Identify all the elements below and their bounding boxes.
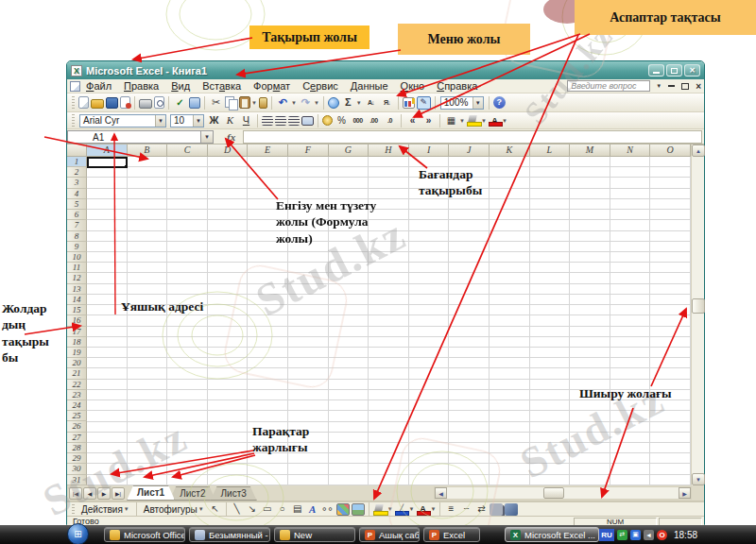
column-header-M[interactable]: M <box>570 144 610 157</box>
line-style-button[interactable]: ≡ <box>444 503 457 516</box>
taskbar-task[interactable]: New <box>274 527 355 542</box>
increase-indent-button[interactable]: » <box>421 114 436 128</box>
percent-button[interactable]: % <box>335 114 349 128</box>
row-header-21[interactable]: 21 <box>67 368 87 379</box>
workbook-close-icon[interactable]: × <box>696 81 701 92</box>
column-header-N[interactable]: N <box>610 144 651 157</box>
text-box-button[interactable]: ▤ <box>291 503 304 516</box>
save-button[interactable] <box>106 97 118 109</box>
sheet-tab-Лист2[interactable]: Лист2 <box>169 486 215 501</box>
row-header-15[interactable]: 15 <box>67 305 87 315</box>
taskbar-task[interactable]: Безымянный - ... <box>189 527 270 542</box>
select-all-corner[interactable] <box>67 144 87 157</box>
help-button[interactable]: ? <box>493 96 506 109</box>
align-center-button[interactable] <box>275 116 286 126</box>
vertical-scroll-thumb[interactable] <box>692 298 705 314</box>
horizontal-scroll-thumb[interactable] <box>543 487 564 499</box>
sheet-tab-Лист3[interactable]: Лист3 <box>210 486 256 501</box>
row-header-14[interactable]: 14 <box>67 295 87 305</box>
sort-ascending-button[interactable]: А↓ <box>364 96 378 110</box>
scroll-left-icon[interactable]: ◀ <box>435 487 447 499</box>
row-header-7[interactable]: 7 <box>67 220 87 230</box>
row-header-18[interactable]: 18 <box>67 337 87 348</box>
rectangle-button[interactable]: ▭ <box>261 503 274 516</box>
font-color-button[interactable]: А▼ <box>417 503 437 516</box>
decrease-decimal-button[interactable]: .0 <box>383 114 397 128</box>
cut-button[interactable]: ✂ <box>209 96 223 110</box>
fill-color-button[interactable]: ▼ <box>373 503 393 516</box>
taskbar-task[interactable]: XMicrosoft Excel ... <box>505 527 599 542</box>
row-header-22[interactable]: 22 <box>67 380 87 390</box>
name-box[interactable]: A1 <box>67 130 201 144</box>
network-icon[interactable]: ▣ <box>630 530 641 540</box>
thousands-button[interactable]: 000 <box>351 114 365 128</box>
font-size-combo[interactable]: 10 ▼ <box>170 114 204 128</box>
row-header-27[interactable]: 27 <box>67 433 87 443</box>
row-header-1[interactable]: 1 <box>67 157 87 167</box>
workbook-icon[interactable] <box>70 81 80 92</box>
menu-item-Правка[interactable]: Правка <box>124 80 159 92</box>
toolbar-grip-icon[interactable] <box>72 504 75 514</box>
row-header-8[interactable]: 8 <box>67 231 87 242</box>
column-header-A[interactable]: A <box>87 144 128 157</box>
menu-item-Вид[interactable]: Вид <box>171 80 190 92</box>
font-color-button[interactable]: А▼ <box>489 114 507 127</box>
column-header-J[interactable]: J <box>449 144 490 157</box>
format-painter-button[interactable] <box>259 97 267 109</box>
arrow-style-button[interactable]: ⇄ <box>474 503 488 516</box>
drawing-button[interactable]: ✎ <box>417 96 431 110</box>
spelling-button[interactable]: ✓ <box>173 96 187 110</box>
toolbar-grip-icon[interactable] <box>72 96 75 110</box>
row-header-10[interactable]: 10 <box>67 252 87 263</box>
close-button[interactable]: ✕ <box>684 64 700 76</box>
row-header-24[interactable]: 24 <box>67 400 87 411</box>
increase-decimal-button[interactable]: .00 <box>367 114 381 128</box>
row-header-23[interactable]: 23 <box>67 390 87 400</box>
clipart-button[interactable] <box>336 503 350 516</box>
oval-button[interactable]: ○ <box>276 503 289 516</box>
question-box-input[interactable]: Введите вопрос <box>567 80 650 92</box>
decrease-indent-button[interactable]: « <box>405 114 420 128</box>
row-header-20[interactable]: 20 <box>67 358 87 368</box>
redo-button[interactable]: ↷▼ <box>299 96 319 110</box>
currency-button[interactable] <box>322 115 333 126</box>
merge-center-button[interactable] <box>301 116 314 126</box>
clock[interactable]: 18:58 <box>674 530 697 540</box>
minimize-button[interactable] <box>648 64 664 76</box>
permission-button[interactable] <box>120 96 130 109</box>
row-header-2[interactable]: 2 <box>67 167 87 178</box>
row-header-16[interactable]: 16 <box>67 315 87 326</box>
menu-item-Вставка[interactable]: Вставка <box>202 80 241 92</box>
column-header-O[interactable]: O <box>650 144 691 157</box>
autoshapes-button[interactable]: Автофигуры ▼ <box>140 503 208 516</box>
menu-item-Справка[interactable]: Справка <box>437 80 477 92</box>
copy-button[interactable] <box>225 96 237 109</box>
column-header-I[interactable]: I <box>409 144 450 157</box>
opera-icon[interactable]: O <box>657 530 667 540</box>
selected-cell-a1[interactable] <box>87 157 128 168</box>
column-header-H[interactable]: H <box>369 144 409 157</box>
row-header-31[interactable]: 31 <box>67 475 87 485</box>
wordart-button[interactable]: А <box>306 503 319 516</box>
first-sheet-icon[interactable]: |◀ <box>69 487 82 500</box>
menu-item-Сервис[interactable]: Сервис <box>302 80 338 92</box>
insert-hyperlink-button[interactable] <box>328 97 339 109</box>
previous-sheet-icon[interactable]: ◀ <box>83 487 96 500</box>
row-header-29[interactable]: 29 <box>67 453 87 464</box>
menu-item-Формат[interactable]: Формат <box>253 80 290 92</box>
row-header-13[interactable]: 13 <box>67 284 87 295</box>
row-header-25[interactable]: 25 <box>67 411 87 421</box>
sort-descending-button[interactable]: Я↓ <box>380 96 394 110</box>
row-header-12[interactable]: 12 <box>67 273 87 283</box>
column-header-D[interactable]: D <box>208 144 249 157</box>
language-indicator[interactable]: RU <box>599 529 614 541</box>
row-header-3[interactable]: 3 <box>67 178 87 188</box>
row-header-26[interactable]: 26 <box>67 421 87 432</box>
column-header-B[interactable]: B <box>128 144 168 157</box>
row-header-4[interactable]: 4 <box>67 189 87 199</box>
taskbar-task[interactable]: PExcel <box>423 527 480 542</box>
row-header-30[interactable]: 30 <box>67 464 87 474</box>
vertical-scrollbar[interactable]: ▲ ▼ <box>691 144 704 485</box>
column-header-C[interactable]: C <box>167 144 208 157</box>
row-header-17[interactable]: 17 <box>67 327 87 337</box>
